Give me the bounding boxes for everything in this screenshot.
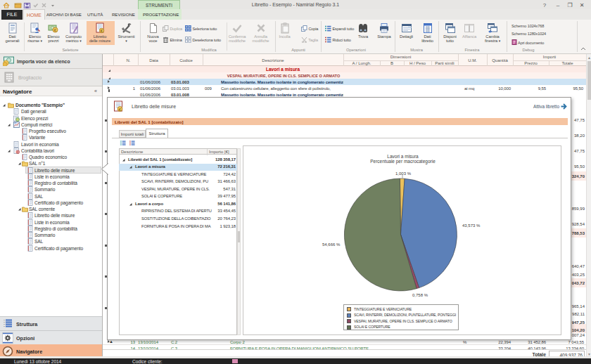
svg-text:€: € xyxy=(17,150,18,153)
